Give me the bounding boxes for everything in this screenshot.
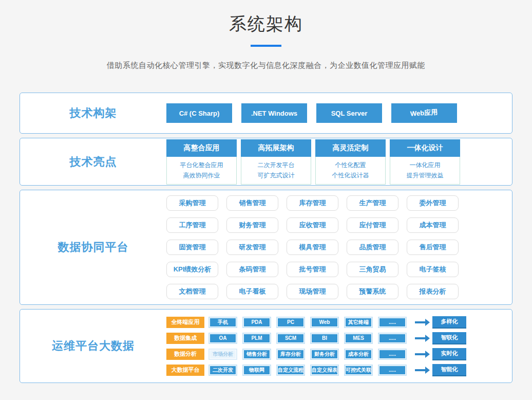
- highlight-card-body: 平台化整合应用高效协同作业: [166, 157, 237, 185]
- bigdata-row: 数据分析市场分析销售分析库存分析财务分析成本分析.....实时化: [166, 348, 466, 360]
- mini-button[interactable]: 库存分析: [276, 349, 305, 360]
- module-button[interactable]: 生产管理: [347, 195, 398, 211]
- mini-button[interactable]: BI: [310, 333, 339, 344]
- highlight-card-line: 可扩充式设计: [242, 170, 310, 180]
- module-button[interactable]: 应付管理: [347, 217, 398, 233]
- mini-button[interactable]: 二次开发: [208, 365, 237, 376]
- row-tag-button[interactable]: 数据集成: [166, 333, 204, 344]
- tech-stack-button-label: .NET Windows: [251, 110, 297, 117]
- mini-button[interactable]: SCM: [276, 333, 305, 344]
- result-button[interactable]: 智联化: [432, 332, 466, 344]
- tech-stack-button[interactable]: C# (C Sharp): [166, 103, 232, 123]
- module-button[interactable]: 固资管理: [166, 240, 218, 255]
- mini-button[interactable]: .....: [378, 333, 407, 344]
- mini-button[interactable]: 市场分析: [208, 349, 237, 360]
- module-grid: 采购管理销售管理库存管理生产管理委外管理工序管理财务管理应收管理应付管理成本管理…: [166, 195, 460, 299]
- module-button[interactable]: 成本管理: [407, 217, 459, 233]
- mini-button[interactable]: 销售分析: [242, 349, 271, 360]
- module-button[interactable]: 品质管理: [347, 240, 398, 255]
- module-button[interactable]: 采购管理: [166, 195, 218, 211]
- result-button[interactable]: 实时化: [432, 348, 466, 360]
- module-button[interactable]: 库存管理: [287, 195, 338, 211]
- right-arrow-icon: [415, 353, 425, 355]
- module-button[interactable]: 应收管理: [287, 217, 338, 233]
- section-highlights: 技术亮点 高整合应用平台化整合应用高效协同作业高拓展架构二次开发平台可扩充式设计…: [20, 138, 512, 186]
- mini-button[interactable]: .....: [378, 365, 407, 376]
- page-header: 系统架构 借助系统自动化核心管理引擎，实现数字化与信息化深度融合，为企业数值化管…: [0, 0, 532, 70]
- bigdata-row: 数据集成OAPLMSCMBIMES.....智联化: [166, 332, 466, 344]
- mini-button[interactable]: MES: [344, 333, 373, 344]
- right-arrow-icon: [415, 369, 425, 371]
- highlight-card: 一体化设计一体化应用提升管理效益: [390, 139, 460, 185]
- module-button[interactable]: 研发管理: [226, 240, 278, 255]
- module-button[interactable]: 三角贸易: [347, 262, 398, 277]
- page-subtitle: 借助系统自动化核心管理引擎，实现数字化与信息化深度融合，为企业数值化管理应用赋能: [0, 61, 532, 70]
- tech-stack-button-label: Web应用: [410, 107, 438, 119]
- highlight-cards: 高整合应用平台化整合应用高效协同作业高拓展架构二次开发平台可扩充式设计高灵活定制…: [166, 139, 460, 185]
- module-button[interactable]: 现场管理: [287, 284, 338, 299]
- page-title: 系统架构: [0, 12, 532, 36]
- mini-button[interactable]: 手机: [208, 317, 237, 328]
- highlight-card-line: 平台化整合应用: [168, 160, 235, 170]
- mini-button[interactable]: 成本分析: [344, 349, 373, 360]
- highlight-card-title: 高灵活定制: [315, 139, 386, 157]
- section-tech-stack-label: 技术构架: [20, 105, 166, 121]
- mini-button[interactable]: PDA: [242, 317, 271, 328]
- mini-button[interactable]: 物联网: [242, 365, 271, 376]
- module-button[interactable]: 条码管理: [226, 262, 278, 277]
- highlight-card-title: 高整合应用: [166, 139, 237, 157]
- mini-button[interactable]: PC: [276, 317, 305, 328]
- mini-button[interactable]: 自定义报表: [310, 365, 339, 376]
- highlight-card-body: 个性化配置个性化设计器: [315, 157, 386, 185]
- module-button[interactable]: KPI绩效分析: [166, 262, 218, 277]
- tech-stack-button-label: SQL Server: [331, 110, 368, 117]
- mini-button[interactable]: .....: [378, 349, 407, 360]
- highlight-card-line: 一体化应用: [391, 160, 459, 170]
- mini-button[interactable]: OA: [208, 333, 237, 344]
- highlight-card-title: 高拓展架构: [241, 139, 311, 157]
- module-button[interactable]: 电子签核: [407, 262, 459, 277]
- tech-stack-button[interactable]: SQL Server: [316, 103, 382, 123]
- row-tag-button[interactable]: 数据分析: [166, 349, 204, 360]
- mini-button[interactable]: PLM: [242, 333, 271, 344]
- highlight-card-line: 高效协同作业: [168, 170, 235, 180]
- mini-button[interactable]: 财务分析: [310, 349, 339, 360]
- module-button[interactable]: 文档管理: [166, 284, 218, 299]
- mini-button[interactable]: 可控式关联: [344, 365, 373, 376]
- module-button[interactable]: 工序管理: [166, 217, 218, 233]
- architecture-diagram: 技术构架 C# (C Sharp).NET WindowsSQL ServerW…: [20, 93, 512, 383]
- right-arrow-icon: [415, 337, 425, 339]
- result-button[interactable]: 多样化: [432, 316, 466, 329]
- highlight-card: 高整合应用平台化整合应用高效协同作业: [166, 139, 237, 185]
- section-data-platform-label: 数据协同平台: [20, 240, 166, 255]
- highlight-card: 高灵活定制个性化配置个性化设计器: [315, 139, 386, 185]
- highlight-card-line: 二次开发平台: [242, 160, 310, 170]
- mini-button[interactable]: .....: [378, 317, 407, 328]
- right-arrow-icon: [415, 321, 425, 323]
- module-button[interactable]: 财务管理: [226, 217, 278, 233]
- module-button[interactable]: 预警系统: [347, 284, 398, 299]
- tech-stack-button-label: C# (C Sharp): [179, 110, 220, 117]
- tech-stack-button[interactable]: .NET Windows: [241, 103, 307, 123]
- title-underline: [251, 45, 281, 47]
- module-button[interactable]: 报表分析: [407, 284, 459, 299]
- mini-button[interactable]: 其它终端: [344, 317, 373, 328]
- result-button[interactable]: 智能化: [432, 364, 466, 376]
- row-tag-button[interactable]: 大数据平台: [166, 365, 204, 376]
- bigdata-rows: 全终端应用手机PDAPCWeb其它终端.....多样化数据集成OAPLMSCMB…: [166, 316, 466, 376]
- module-button[interactable]: 委外管理: [407, 195, 459, 211]
- module-button[interactable]: 电子看板: [226, 284, 278, 299]
- section-tech-stack: 技术构架 C# (C Sharp).NET WindowsSQL ServerW…: [20, 93, 512, 134]
- module-button[interactable]: 批号管理: [287, 262, 338, 277]
- section-highlights-label: 技术亮点: [20, 154, 166, 170]
- highlight-card-line: 个性化配置: [317, 160, 384, 170]
- tech-stack-button[interactable]: Web应用: [391, 103, 457, 123]
- module-button[interactable]: 售后管理: [407, 240, 459, 255]
- mini-button[interactable]: 自定义流程: [276, 365, 305, 376]
- row-tag-button[interactable]: 全终端应用: [166, 317, 204, 328]
- module-button[interactable]: 模具管理: [287, 240, 338, 255]
- highlight-card-body: 一体化应用提升管理效益: [390, 157, 460, 185]
- highlight-card: 高拓展架构二次开发平台可扩充式设计: [241, 139, 311, 185]
- module-button[interactable]: 销售管理: [226, 195, 278, 211]
- mini-button[interactable]: Web: [310, 317, 339, 328]
